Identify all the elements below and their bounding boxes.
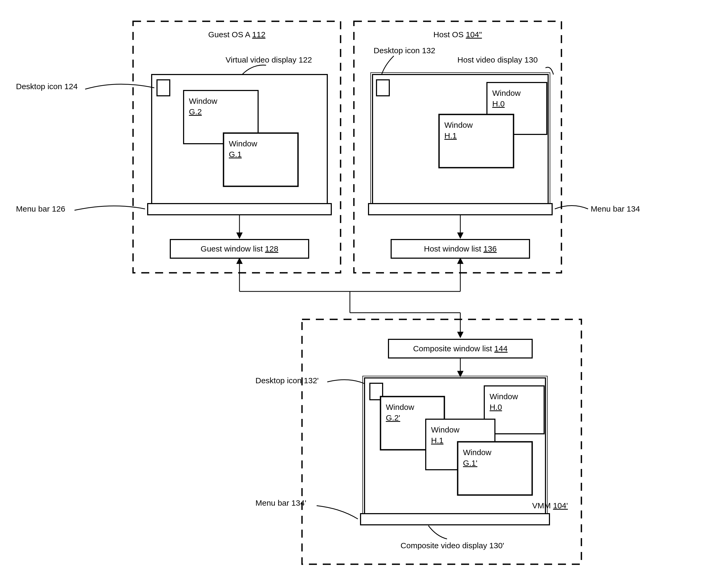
host-video-display-label: Host video display 130 [458,55,538,64]
svg-text:Window: Window [189,97,217,105]
host-os-block: Host OS 104" Desktop icon 132 Host video… [354,21,640,273]
menu-bar-134-label: Menu bar 134 [591,204,640,213]
window-g1: Window G.1 [224,133,298,186]
guest-title-id: 112 [252,30,265,39]
svg-text:Window: Window [229,139,257,148]
desktop-icon-124 [157,80,170,96]
svg-text:VMM 104': VMM 104' [532,501,568,510]
host-title-pre: Host OS [434,30,466,39]
menu-bar-134p [361,513,549,525]
vmm-block: Composite window list 144 Desktop icon 1… [255,319,581,564]
svg-text:Window: Window [463,448,491,457]
diagram-root: Guest OS A 112 Virtual video display 122… [0,0,728,577]
menu-bar-134 [368,204,552,215]
svg-text:Host window list 136: Host window list 136 [424,244,496,253]
composite-video-display-label: Composite video display 130' [400,541,504,550]
virtual-video-display-label: Virtual video display 122 [226,55,312,64]
svg-text:Guest OS A 112: Guest OS A 112 [208,30,265,39]
host-title-id: 104" [466,30,482,39]
svg-text:Window: Window [444,121,473,129]
svg-text:G.2': G.2' [386,413,400,422]
desktop-icon-132 [376,80,389,96]
vmm-title-pre: VMM [532,501,553,510]
menu-bar-134p-label: Menu bar 134' [255,499,306,507]
svg-text:Host OS 104": Host OS 104" [434,30,482,39]
svg-text:H.1: H.1 [431,436,444,445]
desktop-icon-124-label: Desktop icon 124 [16,82,78,91]
svg-text:Composite window list 144: Composite window list 144 [413,344,508,353]
window-g1p: Window G.1' [458,442,532,495]
svg-text:H.0: H.0 [490,403,502,411]
svg-text:G.1': G.1' [463,458,477,467]
svg-text:Window: Window [492,89,521,97]
desktop-icon-132-label: Desktop icon 132 [373,46,435,55]
svg-text:Window: Window [431,425,460,434]
svg-text:H.1: H.1 [444,131,457,140]
menu-bar-126 [148,204,331,215]
svg-text:Window: Window [490,392,518,401]
vmm-title-id: 104' [553,501,568,510]
svg-text:Window: Window [386,403,414,411]
window-h1: Window H.1 [439,115,514,168]
desktop-icon-132p-label: Desktop icon 132' [255,376,319,385]
svg-text:Guest window list 128: Guest window list 128 [201,244,278,253]
menu-bar-126-label: Menu bar 126 [16,204,65,213]
svg-text:H.0: H.0 [492,99,505,108]
svg-text:G.1: G.1 [229,150,242,159]
guest-os-block: Guest OS A 112 Virtual video display 122… [16,21,341,273]
guest-title-pre: Guest OS A [208,30,252,39]
svg-text:G.2: G.2 [189,107,202,116]
connectors [239,258,460,337]
